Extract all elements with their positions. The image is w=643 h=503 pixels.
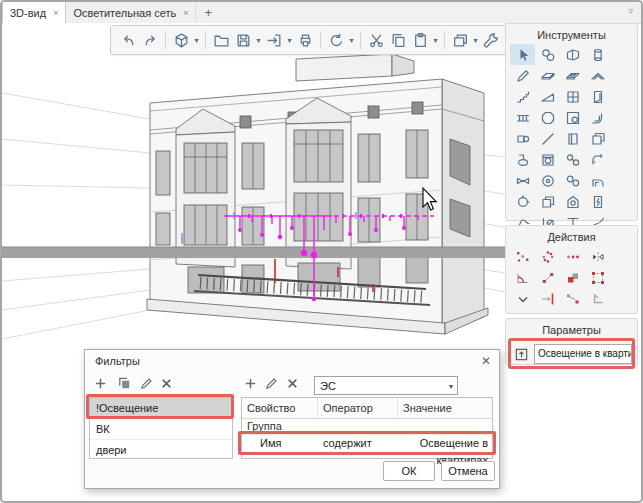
system-type-value: ЭС [320,380,336,392]
tool-slab[interactable] [560,65,585,86]
tab-close-icon[interactable]: × [183,8,188,18]
tool-column[interactable] [585,44,610,65]
tool-sanitary[interactable] [510,149,535,170]
drawings-icon[interactable] [449,29,471,51]
col-operator[interactable]: Оператор [318,398,398,418]
action-move-line[interactable] [535,267,560,288]
tab-lighting-network[interactable]: Осветительная сеть × [66,2,196,23]
copy-icon[interactable] [387,29,409,51]
add-filter-button[interactable] [93,376,109,392]
tab-bar: 3D-вид × Осветительная сеть × + ▿ [2,2,641,24]
tool-duct-fitting[interactable] [510,191,535,212]
table-header: Свойство Оператор Значение [242,398,492,419]
drawings-dropdown-arrow[interactable]: ▾ [471,36,480,45]
dialog-close-icon[interactable]: ✕ [481,354,491,368]
tool-axis-line[interactable] [535,128,560,149]
delete-condition-button[interactable] [285,376,301,392]
tool-ramp[interactable] [535,86,560,107]
action-merge[interactable] [560,267,585,288]
tool-pump[interactable] [510,128,535,149]
tool-door[interactable] [585,86,610,107]
tool-duct-system[interactable] [560,170,585,191]
toolbar-separator [320,31,321,49]
edit-condition-button[interactable] [264,376,280,392]
delete-filter-button[interactable] [159,376,175,392]
tool-luminaire[interactable] [560,191,585,212]
sync-icon[interactable] [325,29,347,51]
print-icon[interactable] [294,29,316,51]
action-move-node[interactable] [560,288,585,309]
selection-filter-icon[interactable] [511,345,531,363]
tool-roof[interactable] [585,65,610,86]
action-corner[interactable] [585,288,610,309]
condition-row[interactable]: Имя содержит Освещение в квартирах [242,435,492,452]
action-mirror[interactable] [585,246,610,267]
filter-item[interactable]: !Освещение [90,398,232,419]
tool-pencil[interactable] [510,65,535,86]
tab-3d-view[interactable]: 3D-вид × [2,2,66,24]
new-tab-button[interactable]: + [196,2,220,23]
filter-item[interactable]: двери [90,440,232,459]
action-trim[interactable] [535,288,560,309]
tool-wall[interactable] [560,44,585,65]
tool-opening[interactable] [560,128,585,149]
tool-pipe-valve[interactable] [510,170,535,191]
wrench-icon[interactable] [480,29,502,51]
cut-icon[interactable] [365,29,387,51]
tool-equipment[interactable] [535,149,560,170]
open-icon[interactable] [210,29,232,51]
tool-pipe-system[interactable] [560,149,585,170]
paste-icon[interactable] [409,29,431,51]
export-icon[interactable] [263,29,285,51]
action-transform[interactable] [585,267,610,288]
tool-measure[interactable] [535,44,560,65]
tool-assembly[interactable] [585,128,610,149]
add-condition-button[interactable] [243,376,259,392]
tab-3d-view-label: 3D-вид [10,7,46,19]
tool-stairs[interactable] [510,86,535,107]
export-dropdown-arrow[interactable]: ▾ [285,36,294,45]
action-angle[interactable] [510,267,535,288]
tool-railing[interactable] [510,107,535,128]
edit-filter-button[interactable] [139,376,155,392]
tool-duct-stack[interactable] [535,191,560,212]
tool-electric-panel[interactable] [585,191,610,212]
tool-room[interactable] [535,107,560,128]
actions-grid [506,243,637,311]
condition-operator: содержит [318,435,398,452]
selection-filter-row: Освещение в квартирах [511,341,632,367]
tool-duct[interactable] [585,170,610,191]
redo-icon[interactable] [139,29,161,51]
ok-button[interactable]: ОК [383,461,435,481]
tool-pipe-fitting[interactable] [585,149,610,170]
tool-pipe-bend[interactable] [585,107,610,128]
tool-model-view[interactable] [560,107,585,128]
duplicate-filter-button[interactable] [117,376,133,392]
undo-icon[interactable] [117,29,139,51]
chevron-down-icon[interactable]: ▿ [628,6,633,16]
paste-dropdown-arrow[interactable]: ▾ [431,36,440,45]
group-row[interactable]: Группа [242,419,492,435]
tool-window[interactable] [560,86,585,107]
action-rotate-points[interactable] [535,246,560,267]
view-3d-icon[interactable] [170,29,192,51]
tool-fan[interactable] [535,170,560,191]
action-move-points[interactable] [510,246,535,267]
col-value[interactable]: Значение [398,398,492,418]
save-icon[interactable] [232,29,254,51]
application-window: 3D-вид × Осветительная сеть × + ▿ [0,0,643,503]
action-dropdown-arrow[interactable] [510,288,535,309]
selection-filter-value[interactable]: Освещение в квартирах [534,344,632,364]
system-type-dropdown[interactable]: ЭС ▾ [314,376,458,395]
cancel-button[interactable]: Отмена [441,461,495,481]
tool-select[interactable] [510,44,535,65]
save-dropdown-arrow[interactable]: ▾ [254,36,263,45]
col-property[interactable]: Свойство [242,398,318,418]
filter-item[interactable]: ВК [90,419,232,440]
sync-dropdown-arrow[interactable]: ▾ [347,36,356,45]
view-3d-dropdown-arrow[interactable]: ▾ [192,36,201,45]
action-array-points[interactable] [560,246,585,267]
tool-floor[interactable] [535,65,560,86]
section-slab [2,247,505,258]
tab-close-icon[interactable]: × [53,8,58,18]
